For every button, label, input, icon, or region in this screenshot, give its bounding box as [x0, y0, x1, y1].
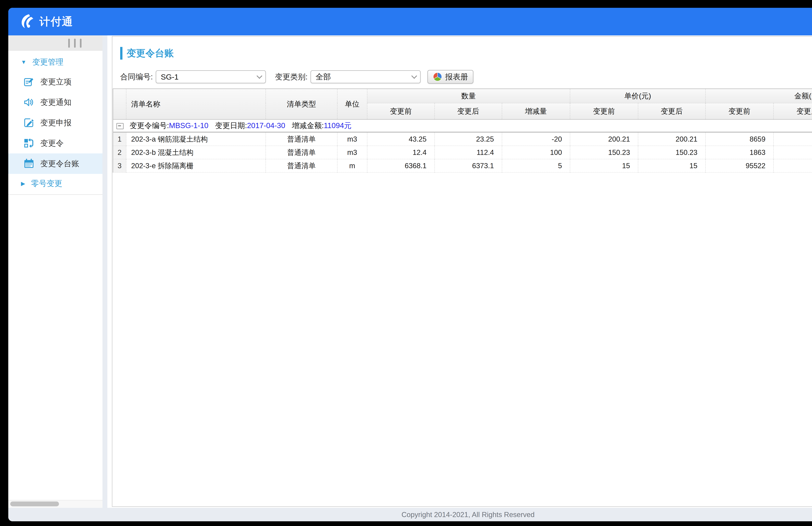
cell-name[interactable]: 202-3-a 钢筋混凝土结构 [126, 132, 266, 146]
col-group-unit-price: 单价(元) [570, 89, 706, 103]
menu-divider [8, 194, 102, 195]
change-order-date: 2017-04-30 [247, 121, 285, 130]
sidebar-group[interactable]: ▶零号变更 [8, 174, 102, 193]
group-row-cell: 变更令编号:MBSG-1-10 变更日期:2017-04-30 增减金额:110… [113, 119, 812, 132]
app-window: 计付通 通知 管理员 ▼变更管理变更立项变更通知变 [8, 8, 812, 521]
cell-qty_before[interactable]: 12.4 [367, 146, 435, 159]
cell-name[interactable]: 202-3-b 混凝土结构 [126, 146, 266, 159]
cell-amt_before[interactable]: 8659 [706, 132, 773, 146]
col-header-amt-after: 变更后 [773, 103, 812, 119]
cell-no[interactable]: 2 [113, 146, 126, 159]
content-area: ▼变更管理变更立项变更通知变更申报变更令变更令台账▶零号变更 变更令台账 合同编… [8, 35, 812, 508]
report-button[interactable]: 报表册 [427, 70, 474, 84]
sidebar-item[interactable]: 变更立项 [8, 72, 102, 92]
change-order-amount: 11094元 [324, 121, 352, 130]
sidebar-item[interactable]: 变更令台账 [8, 154, 102, 174]
sidebar-scrollbar[interactable] [8, 500, 102, 508]
change-order-code: MBSG-1-10 [169, 121, 208, 130]
sidebar-divider [102, 35, 107, 508]
cell-no[interactable]: 1 [113, 132, 126, 146]
page-title: 变更令台账 [127, 47, 174, 60]
swap-icon [24, 138, 34, 148]
ledger-table: 清单名称 清单类型 单位 数量 单价(元) 金额(元) 变更前 变更后 增减量 … [113, 88, 812, 173]
col-header-price-after: 变更后 [638, 103, 706, 119]
category-label: 变更类别: [275, 72, 308, 82]
cell-amt_before[interactable]: 1863 [706, 146, 773, 159]
sidebar-item[interactable]: 变更令 [8, 133, 102, 154]
cell-price_after[interactable]: 15 [638, 159, 706, 172]
contract-label: 合同编号: [120, 72, 153, 82]
report-button-label: 报表册 [445, 72, 468, 82]
cell-price_before[interactable]: 200.21 [570, 132, 638, 146]
app-logo: 计付通 [20, 14, 73, 29]
col-header-unit: 单位 [337, 89, 367, 119]
page-title-row: 变更令台账 [120, 47, 812, 60]
title-accent-bar [120, 47, 122, 60]
filter-bar: 合同编号: SG-1 变更类别: 全部 报表册 [120, 70, 812, 84]
cell-price_after[interactable]: 200.21 [638, 132, 706, 146]
sidebar-group[interactable]: ▼变更管理 [8, 53, 102, 72]
cell-unit[interactable]: m [337, 159, 367, 172]
cell-type[interactable]: 普通清单 [266, 132, 337, 146]
table-row[interactable]: 3202-3-e 拆除隔离栅普通清单m6368.16373.1515159552… [113, 159, 812, 172]
cell-amt_after[interactable]: 4655 [773, 132, 812, 146]
cell-amt_after[interactable]: 16886 [773, 146, 812, 159]
chevron-down-icon: ▼ [21, 59, 27, 65]
col-header-qty-after: 变更后 [435, 103, 502, 119]
cell-unit[interactable]: m3 [337, 132, 367, 146]
cell-amt_after[interactable]: 95597 [773, 159, 812, 172]
sidebar-item[interactable]: 变更通知 [8, 92, 102, 113]
change-order-group-row: 变更令编号:MBSG-1-10 变更日期:2017-04-30 增减金额:110… [113, 119, 812, 132]
cell-qty_before[interactable]: 6368.1 [367, 159, 435, 172]
table-row[interactable]: 1202-3-a 钢筋混凝土结构普通清单m343.2523.25-20200.2… [113, 132, 812, 146]
col-group-quantity: 数量 [367, 89, 570, 103]
sidebar-menu: ▼变更管理变更立项变更通知变更申报变更令变更令台账▶零号变更 [8, 51, 102, 500]
col-header-amt-before: 变更前 [706, 103, 773, 119]
cell-amt_before[interactable]: 95522 [706, 159, 773, 172]
collapse-icon[interactable] [116, 123, 124, 129]
cell-price_before[interactable]: 150.23 [570, 146, 638, 159]
col-header-qty-before: 变更前 [367, 103, 435, 119]
cell-price_before[interactable]: 15 [570, 159, 638, 172]
col-header-name: 清单名称 [126, 89, 266, 119]
sidebar-item[interactable]: 变更申报 [8, 113, 102, 133]
scrollbar-thumb[interactable] [10, 501, 59, 506]
cell-qty_delta[interactable]: -20 [502, 132, 570, 146]
app-header: 计付通 通知 管理员 [8, 8, 812, 35]
col-header-rownum [113, 89, 126, 119]
col-header-type: 清单类型 [266, 89, 337, 119]
chevron-down-icon [411, 73, 417, 79]
app-title: 计付通 [40, 14, 73, 29]
cell-name[interactable]: 202-3-e 拆除隔离栅 [126, 159, 266, 172]
app-logo-icon [20, 14, 35, 29]
speaker-icon [24, 97, 34, 107]
cell-type[interactable]: 普通清单 [266, 159, 337, 172]
cell-no[interactable]: 3 [113, 159, 126, 172]
cell-qty_delta[interactable]: 5 [502, 159, 570, 172]
pencil-square-icon [24, 118, 34, 128]
col-group-amount: 金额(元) [706, 89, 812, 103]
cell-qty_delta[interactable]: 100 [502, 146, 570, 159]
contract-select[interactable]: SG-1 [156, 70, 266, 83]
cell-type[interactable]: 普通清单 [266, 146, 337, 159]
calendar-icon [24, 159, 34, 169]
main-panel: 变更令台账 合同编号: SG-1 变更类别: 全部 [112, 36, 812, 507]
col-header-qty-delta: 增减量 [502, 103, 570, 119]
form-edit-icon [24, 77, 34, 87]
table-row[interactable]: 2202-3-b 混凝土结构普通清单m312.4112.4100150.2315… [113, 146, 812, 159]
cell-qty_before[interactable]: 43.25 [367, 132, 435, 146]
category-select[interactable]: 全部 [310, 70, 421, 83]
app-footer: Copyright 2014-2021, All Rights Reserved [8, 508, 812, 521]
cell-qty_after[interactable]: 112.4 [435, 146, 502, 159]
copyright-text: Copyright 2014-2021, All Rights Reserved [402, 511, 535, 519]
chevron-right-icon: ▶ [21, 181, 25, 186]
pie-chart-icon [433, 72, 442, 82]
cell-qty_after[interactable]: 23.25 [435, 132, 502, 146]
cell-qty_after[interactable]: 6373.1 [435, 159, 502, 172]
col-header-price-before: 变更前 [570, 103, 638, 119]
cell-unit[interactable]: m3 [337, 146, 367, 159]
sidebar-resize-handle[interactable] [8, 35, 102, 51]
cell-price_after[interactable]: 150.23 [638, 146, 706, 159]
chevron-down-icon [257, 73, 262, 79]
sidebar: ▼变更管理变更立项变更通知变更申报变更令变更令台账▶零号变更 [8, 35, 102, 508]
